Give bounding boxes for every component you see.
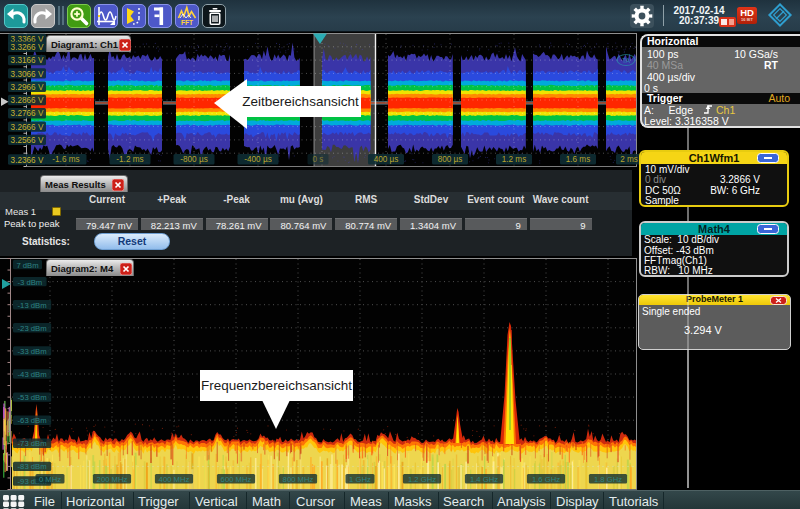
svg-text:-73 dBm: -73 dBm <box>18 439 47 448</box>
svg-text:3.2866 V: 3.2866 V <box>11 96 44 105</box>
svg-text:FFT: FFT <box>181 19 193 26</box>
svg-text:3.2566 V: 3.2566 V <box>11 136 44 145</box>
svg-text:1.2 ms: 1.2 ms <box>502 155 527 164</box>
svg-text:-1.6 ms: -1.6 ms <box>52 155 79 164</box>
svg-text:200 MHz: 200 MHz <box>97 475 128 484</box>
svg-text:-800 µs: -800 µs <box>180 155 207 164</box>
svg-text:2 ms: 2 ms <box>620 155 638 164</box>
svg-text:400 µs: 400 µs <box>374 155 399 164</box>
svg-text:400 MHz: 400 MHz <box>159 475 190 484</box>
svg-text:-83 dBm: -83 dBm <box>18 462 47 471</box>
svg-text:7 dBm: 7 dBm <box>16 261 38 270</box>
svg-text:-63 dBm: -63 dBm <box>18 416 47 425</box>
svg-text:0 MHz: 0 MHz <box>39 475 61 484</box>
svg-text:800 µs: 800 µs <box>438 155 463 164</box>
svg-text:1.2 GHz: 1.2 GHz <box>408 475 436 484</box>
svg-text:-400 µs: -400 µs <box>244 155 271 164</box>
svg-text:-43 dBm: -43 dBm <box>18 370 47 379</box>
svg-text:-53 dBm: -53 dBm <box>18 393 47 402</box>
svg-text:-3 dBm: -3 dBm <box>17 278 42 287</box>
svg-text:-23 dBm: -23 dBm <box>18 324 47 333</box>
svg-text:1.4 GHz: 1.4 GHz <box>470 475 498 484</box>
svg-text:-1.2 ms: -1.2 ms <box>116 155 143 164</box>
svg-text:1 GHz: 1 GHz <box>349 475 371 484</box>
svg-text:3.2666 V: 3.2666 V <box>11 123 44 132</box>
svg-text:-13 dBm: -13 dBm <box>18 301 47 310</box>
svg-text:1.8 GHz: 1.8 GHz <box>594 475 622 484</box>
svg-text:TA: TA <box>622 57 631 64</box>
svg-text:-33 dBm: -33 dBm <box>18 347 47 356</box>
svg-text:3.3266 V: 3.3266 V <box>11 43 44 52</box>
svg-text:0 s: 0 s <box>313 155 324 164</box>
svg-text:1.6 ms: 1.6 ms <box>566 155 591 164</box>
svg-text:3.2366 V: 3.2366 V <box>11 156 44 165</box>
svg-text:800 MHz: 800 MHz <box>283 475 314 484</box>
svg-text:3.2966 V: 3.2966 V <box>11 83 44 92</box>
svg-text:3.3166 V: 3.3166 V <box>11 56 44 65</box>
svg-text:600 MHz: 600 MHz <box>221 475 252 484</box>
svg-text:3.3066 V: 3.3066 V <box>11 70 44 79</box>
svg-text:1.6 GHz: 1.6 GHz <box>532 475 560 484</box>
svg-text:3.2766 V: 3.2766 V <box>11 109 44 118</box>
